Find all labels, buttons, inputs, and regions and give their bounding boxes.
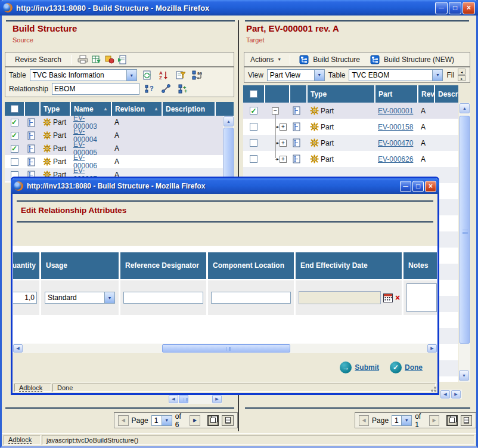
part-link[interactable]: EV-000004 — [73, 129, 108, 142]
row-checkbox[interactable]: ✓ — [11, 145, 18, 153]
scroll-down-icon: ▼ — [459, 370, 469, 381]
refresh-icon[interactable] — [141, 69, 154, 81]
prev-page-button[interactable]: ◀ — [118, 415, 129, 426]
table-label: Table — [328, 71, 346, 79]
part-link[interactable]: EV-000158 — [378, 123, 413, 131]
minimize-button[interactable]: ─ — [435, 2, 448, 14]
build-structure-icon[interactable] — [299, 54, 309, 66]
maximize-button[interactable]: □ — [449, 2, 461, 14]
build-structure-button[interactable]: Build Structure — [313, 55, 360, 64]
dialog-hscrollbar[interactable]: ◀ ▶ — [13, 344, 437, 353]
list-view-button[interactable] — [222, 415, 234, 426]
close-button[interactable]: × — [463, 2, 475, 14]
quantity-input[interactable] — [13, 292, 37, 304]
expand-icon[interactable]: + — [280, 123, 287, 131]
row-checkbox[interactable]: ✓ — [250, 155, 257, 163]
structure-doc-icon[interactable] — [25, 129, 39, 142]
adblock-button[interactable]: Adblock — [19, 384, 42, 392]
clear-date-icon[interactable]: × — [395, 293, 400, 302]
quantity-cell — [13, 280, 39, 315]
paged-view-button[interactable] — [446, 415, 458, 426]
part-link[interactable]: EV-000003 — [73, 116, 108, 129]
export-table-icon[interactable] — [89, 54, 103, 66]
expand-icon[interactable]: + — [280, 140, 287, 147]
next-page-button[interactable]: ▶ — [190, 415, 200, 426]
target-vscrollbar[interactable]: ▲ ▼ — [459, 103, 470, 382]
structure-goto-icon[interactable]: 99 — [191, 69, 204, 81]
select-all-header[interactable]: ✓ — [5, 102, 24, 116]
toolbar-scroll-right[interactable]: ▸ — [458, 75, 465, 81]
export-structure-icon[interactable] — [116, 54, 129, 66]
page-select[interactable]: 1 ▼ — [151, 415, 172, 426]
source-vscrollbar[interactable]: ▲ — [223, 116, 234, 180]
done-button[interactable]: ✓ Done — [390, 362, 423, 373]
structure-doc-icon[interactable] — [290, 103, 306, 119]
expand-icon[interactable]: + — [280, 156, 287, 163]
filter-icon[interactable] — [174, 69, 187, 81]
reference-designator-cell — [120, 280, 206, 315]
part-link[interactable]: EV-000006 — [73, 155, 108, 168]
col-name[interactable]: Name▲ — [71, 102, 111, 116]
structure-help-icon[interactable]: ? — [143, 83, 156, 95]
page-select[interactable]: 1 ▼ — [392, 415, 412, 426]
table-select[interactable]: TVC Basic Information ▼ — [30, 69, 137, 81]
table-row: ✓ ▸+ Part EV-000470 A — [243, 135, 458, 151]
notes-textarea[interactable] — [406, 283, 437, 312]
view-select[interactable]: Part View ▼ — [267, 69, 325, 81]
connect-icon[interactable] — [160, 83, 173, 95]
prev-page-button[interactable]: ◀ — [359, 415, 369, 426]
list-view-button[interactable] — [461, 415, 472, 426]
target-hscrollbar[interactable]: ◀ ▶ — [440, 390, 462, 399]
row-checkbox[interactable]: ✓ — [11, 132, 18, 140]
next-page-button[interactable]: ▶ — [429, 415, 439, 426]
col-usage: Usage — [41, 252, 119, 279]
part-link[interactable]: EV-000626 — [378, 155, 413, 163]
row-checkbox[interactable]: ✓ — [250, 139, 257, 147]
col-revision[interactable]: Revision▲ — [112, 102, 162, 116]
submit-button[interactable]: → Submit — [340, 362, 379, 373]
build-structure-new-icon[interactable] — [370, 54, 380, 66]
build-structure-new-button[interactable]: Build Structure (NEW) — [384, 55, 454, 64]
scroll-right-icon: ▶ — [427, 344, 437, 353]
structure-add-icon[interactable]: ++ — [176, 83, 190, 95]
close-button[interactable]: × — [425, 181, 436, 192]
print-icon[interactable] — [76, 54, 89, 66]
paged-view-button[interactable] — [207, 415, 219, 426]
minimize-button[interactable]: ─ — [400, 181, 411, 192]
maximize-button[interactable]: □ — [412, 181, 424, 192]
target-pagination: ◀ Page 1 ▼ of 1 ▶ — [355, 412, 476, 428]
structure-doc-icon[interactable] — [25, 155, 39, 168]
calendar-icon[interactable] — [383, 293, 393, 302]
row-checkbox[interactable]: ✓ — [250, 123, 257, 131]
objects-icon[interactable] — [103, 54, 116, 66]
resize-grip[interactable] — [429, 385, 437, 393]
part-link[interactable]: EV-000001 — [378, 107, 413, 115]
table-row: ✓ ▸+ Part EV-000626 A — [243, 151, 458, 167]
part-link[interactable]: EV-000470 — [378, 139, 413, 147]
structure-doc-icon[interactable] — [290, 119, 306, 135]
component-location-input[interactable] — [211, 292, 291, 304]
toolbar-scroll-left[interactable]: ◂ — [458, 69, 465, 75]
structure-doc-icon[interactable] — [290, 135, 306, 151]
structure-doc-icon[interactable] — [290, 151, 306, 167]
reference-designator-input[interactable] — [123, 292, 203, 304]
adblock-button[interactable]: Adblock — [8, 436, 32, 444]
source-hscrollbar[interactable]: ◀ ▶ — [169, 394, 222, 404]
part-link[interactable]: EV-000005 — [73, 142, 108, 155]
usage-select[interactable]: Standard ▼ — [45, 292, 115, 304]
relationship-input[interactable] — [52, 83, 139, 95]
row-checkbox[interactable]: ✓ — [11, 119, 18, 126]
actions-dropdown-icon[interactable]: ▼ — [277, 57, 281, 61]
svg-text:99: 99 — [197, 72, 202, 76]
row-checkbox[interactable]: ✓ — [11, 158, 18, 166]
table-select[interactable]: TVC EBOM ▼ — [349, 69, 443, 81]
actions-menu[interactable]: Actions — [250, 55, 274, 64]
revise-search-button[interactable]: Revise Search — [10, 55, 66, 64]
structure-doc-icon[interactable] — [25, 116, 39, 129]
select-all-header[interactable]: ✓ — [243, 85, 264, 103]
row-checkbox[interactable]: ✓ — [250, 107, 257, 115]
sort-icon[interactable]: AZ — [157, 69, 170, 81]
structure-doc-icon[interactable] — [25, 142, 39, 155]
sort-asc-icon: ▲ — [151, 106, 159, 112]
collapse-icon[interactable]: − — [272, 107, 279, 115]
